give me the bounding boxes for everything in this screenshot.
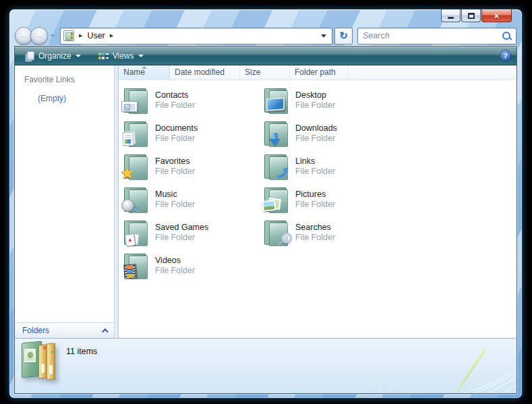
saved-games-folder-icon xyxy=(123,220,149,247)
item-name: Searches xyxy=(295,223,335,232)
searches-emblem-icon xyxy=(278,233,291,245)
search-box[interactable] xyxy=(357,28,516,45)
column-header-size[interactable]: Size xyxy=(240,65,290,80)
column-header-filler xyxy=(348,65,516,80)
item-videos[interactable]: Videos File Folder xyxy=(121,251,262,284)
item-name: Documents xyxy=(155,123,198,133)
organize-button[interactable]: Organize xyxy=(20,49,86,63)
favorite-links-header: Favorite Links xyxy=(15,65,114,84)
help-button[interactable]: ? xyxy=(500,50,511,61)
search-icon[interactable] xyxy=(502,31,511,40)
client-area: Organize Views ? Favorite Links (Empty) … xyxy=(14,46,517,394)
window-controls: × xyxy=(441,9,512,22)
address-dropdown-icon[interactable] xyxy=(321,34,326,38)
item-type: File Folder xyxy=(155,134,198,143)
item-type: File Folder xyxy=(155,200,195,209)
item-type: File Folder xyxy=(295,200,335,209)
music-emblem-icon xyxy=(121,199,137,213)
item-links[interactable]: Links File Folder xyxy=(262,152,402,185)
refresh-icon: ↻ xyxy=(339,30,348,42)
column-header-name-label: Name xyxy=(123,67,145,77)
videos-folder-icon xyxy=(123,253,149,280)
item-favorites[interactable]: Favorites File Folder xyxy=(121,152,262,185)
address-bar[interactable]: ▶ User ▶ xyxy=(60,28,332,45)
views-icon xyxy=(98,52,109,60)
item-type: File Folder xyxy=(155,167,195,176)
videos-emblem-icon xyxy=(123,264,136,279)
links-emblem-icon xyxy=(277,168,289,179)
column-header-name[interactable]: Name xyxy=(119,65,170,80)
pictures-emblem-icon xyxy=(264,200,279,211)
downloads-folder-icon xyxy=(264,121,289,148)
views-button[interactable]: Views xyxy=(86,49,149,63)
recent-pages-dropdown-icon[interactable] xyxy=(50,34,55,38)
file-list-pane: Name Date modified Size Folder path xyxy=(119,65,516,338)
item-music[interactable]: Music File Folder xyxy=(121,185,262,218)
forward-arrow-icon: → xyxy=(35,31,44,41)
sidebar-spacer xyxy=(15,103,114,322)
help-icon: ? xyxy=(503,52,508,60)
desktop-folder-icon xyxy=(264,88,289,115)
column-header-date-label: Date modified xyxy=(175,67,225,77)
documents-folder-icon xyxy=(123,121,149,148)
explorer-window: × ← → ▶ User ▶ ↻ Organize View xyxy=(9,9,523,399)
refresh-button[interactable]: ↻ xyxy=(334,28,353,45)
close-button[interactable]: × xyxy=(481,9,512,22)
item-documents[interactable]: Documents File Folder xyxy=(121,119,262,152)
user-folder-icon xyxy=(20,340,61,382)
folders-label: Folders xyxy=(22,326,49,335)
search-input[interactable] xyxy=(363,31,502,40)
music-folder-icon xyxy=(123,187,149,214)
item-saved-games[interactable]: Saved Games File Folder xyxy=(121,218,262,251)
item-downloads[interactable]: Downloads File Folder xyxy=(262,119,402,152)
forward-button[interactable]: → xyxy=(30,27,48,45)
item-name: Desktop xyxy=(295,90,335,100)
location-icon xyxy=(63,30,74,41)
views-label: Views xyxy=(113,51,134,61)
sort-ascending-icon xyxy=(142,66,147,69)
item-contacts[interactable]: Contacts File Folder xyxy=(121,86,262,119)
navigation-bar: ← → ▶ User ▶ ↻ xyxy=(15,26,516,46)
saved-games-emblem-icon xyxy=(125,233,138,246)
maximize-button[interactable] xyxy=(461,9,481,22)
close-icon: × xyxy=(494,10,500,22)
breadcrumb-arrow-icon[interactable]: ▶ xyxy=(79,33,82,38)
folders-expander[interactable]: Folders xyxy=(15,322,114,338)
column-header-date-modified[interactable]: Date modified xyxy=(170,65,240,80)
command-toolbar: Organize Views ? xyxy=(15,47,516,65)
contacts-emblem-icon xyxy=(121,101,138,112)
organize-label: Organize xyxy=(38,51,71,61)
item-name: Downloads xyxy=(295,123,337,133)
item-pictures[interactable]: Pictures File Folder xyxy=(262,185,402,218)
item-type: File Folder xyxy=(155,100,195,110)
item-type: File Folder xyxy=(295,233,335,242)
item-name: Saved Games xyxy=(155,223,208,232)
minimize-button[interactable] xyxy=(441,9,461,22)
documents-emblem-icon xyxy=(122,132,134,146)
item-type: File Folder xyxy=(295,134,337,143)
breadcrumb-arrow-icon[interactable]: ▶ xyxy=(110,33,113,38)
chevron-up-icon xyxy=(102,328,109,335)
organize-icon xyxy=(26,51,34,61)
back-arrow-icon: ← xyxy=(20,31,28,41)
column-headers: Name Date modified Size Folder path xyxy=(119,65,516,80)
downloads-emblem-icon xyxy=(269,133,280,146)
minimize-icon xyxy=(448,17,454,19)
favorite-links-empty[interactable]: (Empty) xyxy=(15,84,114,103)
column-header-folder-path[interactable]: Folder path xyxy=(290,65,348,80)
pane-splitter[interactable] xyxy=(114,65,119,338)
pictures-folder-icon xyxy=(264,187,289,214)
item-desktop[interactable]: Desktop File Folder xyxy=(262,86,402,119)
main-area: Favorite Links (Empty) Folders Name Date… xyxy=(15,65,516,338)
item-name: Videos xyxy=(155,256,195,265)
item-count: 11 items xyxy=(66,347,97,356)
chevron-down-icon xyxy=(138,55,144,57)
item-type: File Folder xyxy=(295,167,335,176)
folder-items-grid: Contacts File Folder Desktop File Folder… xyxy=(119,80,516,338)
column-header-path-label: Folder path xyxy=(295,67,336,77)
item-name: Favorites xyxy=(155,156,195,166)
breadcrumb-location[interactable]: User xyxy=(87,31,105,40)
item-searches[interactable]: Searches File Folder xyxy=(262,218,402,251)
item-name: Pictures xyxy=(295,190,335,199)
restore-icon xyxy=(468,13,475,19)
